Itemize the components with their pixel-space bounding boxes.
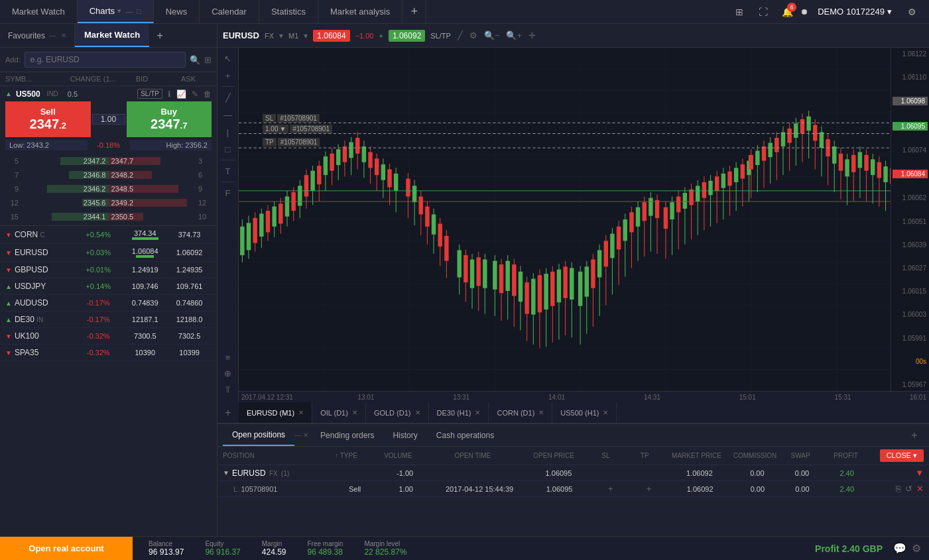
row-openprice: 1.06095 bbox=[527, 485, 591, 493]
row-refresh-icon[interactable]: ↺ bbox=[905, 484, 912, 494]
svg-rect-171 bbox=[734, 168, 738, 182]
row-sl-add[interactable]: + bbox=[591, 484, 630, 494]
us500-sltp-btn[interactable]: SL/TP bbox=[137, 89, 162, 99]
list-item[interactable]: ▼ CORN C +0.54% 374.34 374.73 bbox=[0, 226, 217, 244]
list-item[interactable]: ▲ AUDUSD -0.17% 0.74839 0.74860 bbox=[0, 295, 217, 311]
tab-open-positions[interactable]: Open positions bbox=[223, 424, 294, 446]
us500-info-icon[interactable]: ℹ bbox=[168, 89, 171, 99]
tab-calendar[interactable]: Calendar bbox=[200, 0, 259, 23]
add-tab-button[interactable]: + bbox=[403, 0, 426, 23]
share-icon[interactable]: ⇧ bbox=[219, 381, 237, 397]
list-item[interactable]: ▼ EURUSD +0.03% 1.06084 1.06092 bbox=[0, 244, 217, 262]
rect-icon[interactable]: □ bbox=[219, 141, 237, 157]
svg-rect-189 bbox=[787, 129, 791, 143]
list-item[interactable]: ▼ UK100 -0.32% 7300.5 7302.5 bbox=[0, 328, 217, 345]
vline-icon[interactable]: | bbox=[219, 124, 237, 140]
tab-market-watch-left[interactable]: Market Watch bbox=[75, 24, 149, 47]
fullscreen-icon-btn[interactable]: ⛶ bbox=[754, 3, 773, 21]
layout-icon-btn[interactable]: ⊞ bbox=[730, 3, 749, 21]
svg-rect-137 bbox=[664, 207, 668, 229]
chart-zoom-out-icon[interactable]: 🔍− bbox=[484, 30, 500, 40]
list-item[interactable]: ▼ SPA35 -0.32% 10390 10399 bbox=[0, 345, 217, 361]
us500-sell-button[interactable]: Sell 2347.2 bbox=[5, 101, 91, 137]
account-selector[interactable]: DEMO 10172249 ▾ bbox=[812, 7, 897, 17]
charts-minimize[interactable]: — bbox=[125, 7, 133, 15]
open-account-button[interactable]: Open real account bbox=[0, 537, 133, 561]
search-input[interactable] bbox=[25, 52, 186, 68]
chart-tab-oil-close[interactable]: ✕ bbox=[352, 409, 357, 416]
add-chart-tab-btn[interactable]: + bbox=[217, 402, 239, 423]
tab-pending-orders[interactable]: Pending orders bbox=[311, 424, 383, 446]
depth-icon[interactable]: ≡ bbox=[219, 349, 237, 365]
hline-icon[interactable]: — bbox=[219, 107, 237, 123]
positions-close[interactable]: ✕ bbox=[303, 431, 308, 439]
chart-crosshair-icon[interactable]: ✛ bbox=[528, 30, 536, 40]
balance-label: Balance bbox=[149, 540, 184, 547]
chart-tab-de30-close[interactable]: ✕ bbox=[475, 409, 480, 416]
settings-icon-btn[interactable]: ⚙ bbox=[902, 3, 921, 21]
chart-line-icon[interactable]: ╱ bbox=[458, 30, 463, 40]
us500-expand-arrow[interactable]: ▲ bbox=[5, 90, 12, 97]
chart-sltp-btn[interactable]: SL/TP bbox=[430, 32, 451, 40]
close-all-button[interactable]: CLOSE ▾ bbox=[880, 449, 924, 462]
row-tp-add[interactable]: + bbox=[630, 484, 668, 494]
tab-cash-operations[interactable]: Cash operations bbox=[427, 424, 503, 446]
list-item[interactable]: ▼ GBPUSD +0.01% 1.24919 1.24935 bbox=[0, 262, 217, 278]
us500-delete-icon[interactable]: 🗑 bbox=[204, 89, 212, 99]
usdjpy-ask: 109.761 bbox=[167, 282, 212, 290]
footer-settings-icon[interactable]: ⚙ bbox=[912, 542, 921, 555]
tab-statistics[interactable]: Statistics bbox=[259, 0, 318, 23]
add-positions-tab-btn[interactable]: + bbox=[905, 424, 924, 446]
chart-tab-gold[interactable]: GOLD (D1) ✕ bbox=[366, 402, 429, 423]
chart-indicator-icon[interactable]: ⚙ bbox=[469, 30, 477, 40]
notifications-btn[interactable]: 🔔 6 bbox=[778, 3, 796, 21]
chart-tab-eurusd-close[interactable]: ✕ bbox=[298, 409, 304, 416]
line-tool-icon[interactable]: ╱ bbox=[219, 89, 237, 105]
fib-icon[interactable]: F bbox=[219, 185, 237, 201]
us500-edit-icon[interactable]: ✎ bbox=[192, 89, 198, 99]
row-close-icon[interactable]: ✕ bbox=[916, 484, 924, 494]
cursor-icon[interactable]: ↖ bbox=[219, 50, 237, 66]
us500-chart-icon[interactable]: 📈 bbox=[176, 89, 186, 99]
tab-market-analysis[interactable]: Market analysis bbox=[318, 0, 403, 23]
chat-icon[interactable]: 💬 bbox=[893, 542, 906, 555]
chart-tab-eurusd[interactable]: EURUSD (M1) ✕ bbox=[239, 402, 312, 423]
tab-charts[interactable]: Charts ▾ — □ bbox=[78, 0, 154, 23]
table-row: L. 105708901 Sell 1.00 2017-04-12 15:44:… bbox=[217, 481, 929, 497]
search-icon[interactable]: 🔍 bbox=[190, 55, 200, 65]
tab-history[interactable]: History bbox=[383, 424, 426, 446]
audusd-bid: 0.74839 bbox=[123, 299, 167, 307]
row-copy-icon[interactable]: ⎘ bbox=[896, 484, 901, 494]
positions-minimize[interactable]: — bbox=[294, 431, 301, 439]
favourites-close[interactable]: ✕ bbox=[61, 32, 66, 39]
svg-rect-157 bbox=[689, 190, 693, 205]
layers-icon[interactable]: ⊕ bbox=[219, 365, 237, 381]
tab-news[interactable]: News bbox=[154, 0, 200, 23]
tab-market-watch[interactable]: Market Watch bbox=[0, 0, 78, 23]
group-expand-arrow[interactable]: ▼ bbox=[223, 469, 229, 476]
chart-tab-us500[interactable]: US500 (H1) ✕ bbox=[552, 402, 617, 423]
market-watch-header: SYMB... CHANGE (1... BID ASK bbox=[0, 72, 217, 86]
audusd-name: AUDUSD bbox=[15, 298, 74, 308]
charts-maximize[interactable]: □ bbox=[137, 7, 141, 15]
list-item[interactable]: ▲ DE30 IN -0.17% 12187.1 12188.0 bbox=[0, 311, 217, 328]
grid-view-icon[interactable]: ⊞ bbox=[204, 55, 212, 65]
chart-tab-gold-close[interactable]: ✕ bbox=[415, 409, 420, 416]
chart-tab-us500-close[interactable]: ✕ bbox=[603, 409, 608, 416]
chart-tab-corn[interactable]: CORN (D1) ✕ bbox=[489, 402, 552, 423]
group-close-arrow[interactable]: ▼ bbox=[915, 468, 924, 478]
eurusd-name: EURUSD bbox=[15, 248, 74, 257]
chart-zoom-in-icon[interactable]: 🔍+ bbox=[506, 30, 522, 40]
chart-tab-de30[interactable]: DE30 (H1) ✕ bbox=[429, 402, 489, 423]
crosshair-tool-icon[interactable]: + bbox=[219, 68, 237, 84]
de30-name: DE30 IN bbox=[15, 315, 74, 324]
favourites-minimize[interactable]: — bbox=[49, 32, 56, 39]
left-add-tab-btn[interactable]: + bbox=[149, 24, 170, 47]
text-tool-icon[interactable]: T bbox=[219, 163, 237, 179]
chart-tab-oil[interactable]: OIL (D1) ✕ bbox=[312, 402, 366, 423]
tab-favourites[interactable]: Favourites — ✕ bbox=[0, 24, 75, 47]
chart-tab-corn-close[interactable]: ✕ bbox=[538, 409, 544, 416]
us500-lot-input[interactable] bbox=[95, 115, 122, 124]
us500-buy-button[interactable]: Buy 2347.7 bbox=[127, 101, 212, 137]
list-item[interactable]: ▲ USDJPY +0.14% 109.746 109.761 bbox=[0, 278, 217, 295]
